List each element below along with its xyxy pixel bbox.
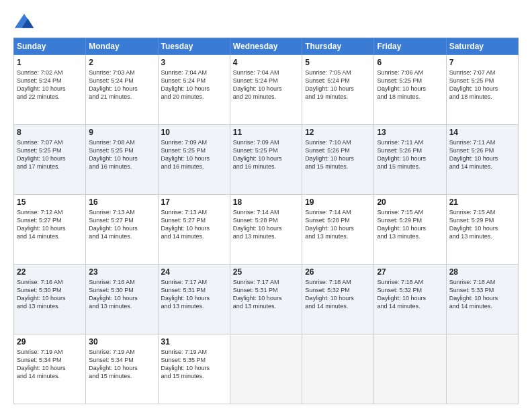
calendar-cell: 14Sunrise: 7:11 AM Sunset: 5:26 PM Dayli… bbox=[446, 125, 518, 195]
day-number: 21 bbox=[449, 197, 515, 207]
calendar-cell: 29Sunrise: 7:19 AM Sunset: 5:34 PM Dayli… bbox=[14, 334, 86, 404]
day-info: Sunrise: 7:15 AM Sunset: 5:29 PM Dayligh… bbox=[449, 208, 515, 241]
calendar-cell: 19Sunrise: 7:14 AM Sunset: 5:28 PM Dayli… bbox=[302, 195, 374, 265]
day-number: 31 bbox=[161, 337, 227, 347]
day-number: 3 bbox=[161, 58, 227, 67]
day-info: Sunrise: 7:15 AM Sunset: 5:29 PM Dayligh… bbox=[377, 208, 443, 241]
col-header-tuesday: Tuesday bbox=[158, 38, 230, 55]
day-number: 1 bbox=[17, 58, 83, 67]
col-header-saturday: Saturday bbox=[446, 38, 518, 55]
calendar-cell: 15Sunrise: 7:12 AM Sunset: 5:27 PM Dayli… bbox=[14, 195, 86, 265]
day-number: 26 bbox=[305, 267, 371, 277]
col-header-wednesday: Wednesday bbox=[230, 38, 302, 55]
calendar-cell: 30Sunrise: 7:19 AM Sunset: 5:34 PM Dayli… bbox=[86, 334, 158, 404]
col-header-sunday: Sunday bbox=[14, 38, 86, 55]
day-info: Sunrise: 7:04 AM Sunset: 5:24 PM Dayligh… bbox=[161, 68, 227, 101]
day-number: 22 bbox=[17, 267, 83, 277]
day-number: 4 bbox=[233, 58, 299, 67]
logo-icon bbox=[13, 12, 35, 31]
calendar-cell: 8Sunrise: 7:07 AM Sunset: 5:25 PM Daylig… bbox=[14, 125, 86, 195]
day-number: 7 bbox=[449, 58, 515, 67]
calendar-week-3: 15Sunrise: 7:12 AM Sunset: 5:27 PM Dayli… bbox=[14, 195, 519, 265]
day-info: Sunrise: 7:14 AM Sunset: 5:28 PM Dayligh… bbox=[233, 208, 299, 241]
day-info: Sunrise: 7:18 AM Sunset: 5:33 PM Dayligh… bbox=[449, 278, 515, 311]
day-number: 12 bbox=[305, 128, 371, 137]
day-number: 14 bbox=[449, 128, 515, 137]
calendar-cell: 9Sunrise: 7:08 AM Sunset: 5:25 PM Daylig… bbox=[86, 125, 158, 195]
day-info: Sunrise: 7:14 AM Sunset: 5:28 PM Dayligh… bbox=[305, 208, 371, 241]
calendar-cell: 10Sunrise: 7:09 AM Sunset: 5:25 PM Dayli… bbox=[158, 125, 230, 195]
day-info: Sunrise: 7:07 AM Sunset: 5:25 PM Dayligh… bbox=[17, 138, 83, 171]
calendar-cell: 16Sunrise: 7:13 AM Sunset: 5:27 PM Dayli… bbox=[86, 195, 158, 265]
day-number: 13 bbox=[377, 128, 443, 137]
day-info: Sunrise: 7:18 AM Sunset: 5:32 PM Dayligh… bbox=[377, 278, 443, 311]
calendar-cell: 5Sunrise: 7:05 AM Sunset: 5:24 PM Daylig… bbox=[302, 55, 374, 125]
day-number: 19 bbox=[305, 197, 371, 207]
calendar-cell: 7Sunrise: 7:07 AM Sunset: 5:25 PM Daylig… bbox=[446, 55, 518, 125]
calendar-header-row: SundayMondayTuesdayWednesdayThursdayFrid… bbox=[14, 38, 519, 55]
day-number: 25 bbox=[233, 267, 299, 277]
page: SundayMondayTuesdayWednesdayThursdayFrid… bbox=[0, 0, 532, 411]
day-number: 20 bbox=[377, 197, 443, 207]
day-number: 2 bbox=[89, 58, 154, 67]
calendar-cell bbox=[374, 334, 446, 404]
calendar-cell: 17Sunrise: 7:13 AM Sunset: 5:27 PM Dayli… bbox=[158, 195, 230, 265]
calendar-cell: 20Sunrise: 7:15 AM Sunset: 5:29 PM Dayli… bbox=[374, 195, 446, 265]
calendar-cell: 2Sunrise: 7:03 AM Sunset: 5:24 PM Daylig… bbox=[86, 55, 158, 125]
col-header-monday: Monday bbox=[86, 38, 158, 55]
calendar-cell: 11Sunrise: 7:09 AM Sunset: 5:25 PM Dayli… bbox=[230, 125, 302, 195]
day-info: Sunrise: 7:18 AM Sunset: 5:32 PM Dayligh… bbox=[305, 278, 371, 311]
day-info: Sunrise: 7:06 AM Sunset: 5:25 PM Dayligh… bbox=[377, 68, 443, 101]
day-number: 8 bbox=[17, 128, 83, 137]
calendar-cell bbox=[302, 334, 374, 404]
day-info: Sunrise: 7:12 AM Sunset: 5:27 PM Dayligh… bbox=[17, 208, 83, 241]
calendar-cell: 18Sunrise: 7:14 AM Sunset: 5:28 PM Dayli… bbox=[230, 195, 302, 265]
day-info: Sunrise: 7:09 AM Sunset: 5:25 PM Dayligh… bbox=[233, 138, 299, 171]
calendar-cell: 26Sunrise: 7:18 AM Sunset: 5:32 PM Dayli… bbox=[302, 265, 374, 334]
header bbox=[13, 12, 519, 31]
col-header-friday: Friday bbox=[374, 38, 446, 55]
calendar-cell: 22Sunrise: 7:16 AM Sunset: 5:30 PM Dayli… bbox=[14, 265, 86, 334]
day-number: 10 bbox=[161, 128, 227, 137]
day-number: 11 bbox=[233, 128, 299, 137]
day-number: 17 bbox=[161, 197, 227, 207]
calendar-cell: 23Sunrise: 7:16 AM Sunset: 5:30 PM Dayli… bbox=[86, 265, 158, 334]
day-number: 16 bbox=[89, 197, 154, 207]
calendar-cell: 13Sunrise: 7:11 AM Sunset: 5:26 PM Dayli… bbox=[374, 125, 446, 195]
day-info: Sunrise: 7:04 AM Sunset: 5:24 PM Dayligh… bbox=[233, 68, 299, 101]
day-number: 9 bbox=[89, 128, 154, 137]
calendar-cell: 31Sunrise: 7:19 AM Sunset: 5:35 PM Dayli… bbox=[158, 334, 230, 404]
calendar-week-2: 8Sunrise: 7:07 AM Sunset: 5:25 PM Daylig… bbox=[14, 125, 519, 195]
calendar-cell bbox=[446, 334, 518, 404]
day-info: Sunrise: 7:19 AM Sunset: 5:34 PM Dayligh… bbox=[89, 348, 154, 381]
day-info: Sunrise: 7:19 AM Sunset: 5:35 PM Dayligh… bbox=[161, 348, 227, 381]
calendar-week-5: 29Sunrise: 7:19 AM Sunset: 5:34 PM Dayli… bbox=[14, 334, 519, 404]
calendar-cell: 12Sunrise: 7:10 AM Sunset: 5:26 PM Dayli… bbox=[302, 125, 374, 195]
day-info: Sunrise: 7:07 AM Sunset: 5:25 PM Dayligh… bbox=[449, 68, 515, 101]
day-info: Sunrise: 7:11 AM Sunset: 5:26 PM Dayligh… bbox=[377, 138, 443, 171]
day-number: 23 bbox=[89, 267, 154, 277]
logo bbox=[13, 12, 38, 31]
col-header-thursday: Thursday bbox=[302, 38, 374, 55]
day-number: 18 bbox=[233, 197, 299, 207]
day-number: 30 bbox=[89, 337, 154, 347]
day-info: Sunrise: 7:03 AM Sunset: 5:24 PM Dayligh… bbox=[89, 68, 154, 101]
calendar-cell: 1Sunrise: 7:02 AM Sunset: 5:24 PM Daylig… bbox=[14, 55, 86, 125]
day-number: 6 bbox=[377, 58, 443, 67]
calendar-cell: 28Sunrise: 7:18 AM Sunset: 5:33 PM Dayli… bbox=[446, 265, 518, 334]
day-number: 15 bbox=[17, 197, 83, 207]
day-info: Sunrise: 7:13 AM Sunset: 5:27 PM Dayligh… bbox=[89, 208, 154, 241]
calendar-week-4: 22Sunrise: 7:16 AM Sunset: 5:30 PM Dayli… bbox=[14, 265, 519, 334]
day-info: Sunrise: 7:02 AM Sunset: 5:24 PM Dayligh… bbox=[17, 68, 83, 101]
calendar-cell: 21Sunrise: 7:15 AM Sunset: 5:29 PM Dayli… bbox=[446, 195, 518, 265]
day-info: Sunrise: 7:13 AM Sunset: 5:27 PM Dayligh… bbox=[161, 208, 227, 241]
calendar-cell: 3Sunrise: 7:04 AM Sunset: 5:24 PM Daylig… bbox=[158, 55, 230, 125]
day-number: 27 bbox=[377, 267, 443, 277]
day-info: Sunrise: 7:09 AM Sunset: 5:25 PM Dayligh… bbox=[161, 138, 227, 171]
day-info: Sunrise: 7:11 AM Sunset: 5:26 PM Dayligh… bbox=[449, 138, 515, 171]
day-number: 28 bbox=[449, 267, 515, 277]
day-info: Sunrise: 7:16 AM Sunset: 5:30 PM Dayligh… bbox=[89, 278, 154, 311]
day-info: Sunrise: 7:17 AM Sunset: 5:31 PM Dayligh… bbox=[161, 278, 227, 311]
calendar-cell: 4Sunrise: 7:04 AM Sunset: 5:24 PM Daylig… bbox=[230, 55, 302, 125]
day-number: 24 bbox=[161, 267, 227, 277]
